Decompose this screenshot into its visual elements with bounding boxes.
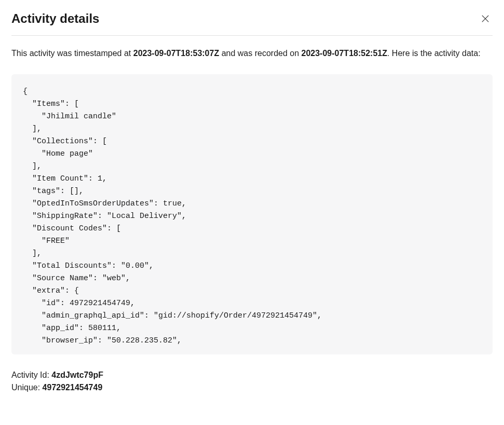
footer-info: Activity Id: 4zdJwtc79pF Unique: 4972921…	[11, 369, 493, 394]
unique-value: 4972921454749	[43, 383, 103, 392]
close-icon	[480, 13, 491, 24]
desc-suffix: . Here is the activity data:	[387, 49, 481, 58]
activity-data-code[interactable]: { "Items": [ "Jhilmil candle" ], "Collec…	[11, 74, 493, 354]
unique-row: Unique: 4972921454749	[11, 381, 493, 394]
close-button[interactable]	[478, 11, 493, 26]
activity-id-label: Activity Id:	[11, 371, 51, 379]
desc-timestamp: 2023-09-07T18:53:07Z	[133, 49, 219, 58]
modal-header: Activity details	[11, 11, 493, 36]
desc-prefix: This activity was timestamped at	[11, 49, 133, 58]
page-title: Activity details	[11, 11, 99, 26]
unique-label: Unique:	[11, 383, 43, 392]
activity-description: This activity was timestamped at 2023-09…	[11, 47, 493, 60]
activity-id-value: 4zdJwtc79pF	[51, 371, 103, 379]
desc-mid: and was recorded on	[219, 49, 301, 58]
activity-id-row: Activity Id: 4zdJwtc79pF	[11, 369, 493, 381]
desc-recorded: 2023-09-07T18:52:51Z	[302, 49, 387, 58]
